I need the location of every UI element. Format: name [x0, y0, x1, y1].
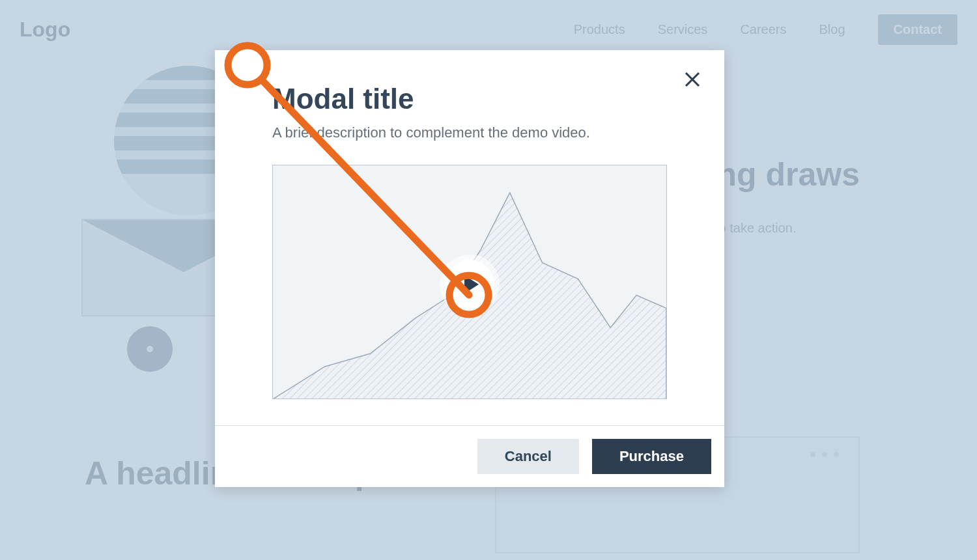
close-icon — [683, 70, 702, 89]
cancel-button[interactable]: Cancel — [477, 439, 579, 474]
close-button[interactable] — [683, 70, 702, 89]
play-icon — [464, 275, 479, 294]
modal-footer: Cancel Purchase — [215, 425, 724, 487]
modal-title: Modal title — [272, 83, 667, 115]
modal-description: A brief description to complement the de… — [272, 124, 667, 141]
video-thumbnail[interactable] — [272, 165, 667, 399]
purchase-button[interactable]: Purchase — [592, 439, 711, 474]
play-button[interactable] — [445, 260, 494, 309]
modal-dialog: Modal title A brief description to compl… — [215, 50, 724, 487]
